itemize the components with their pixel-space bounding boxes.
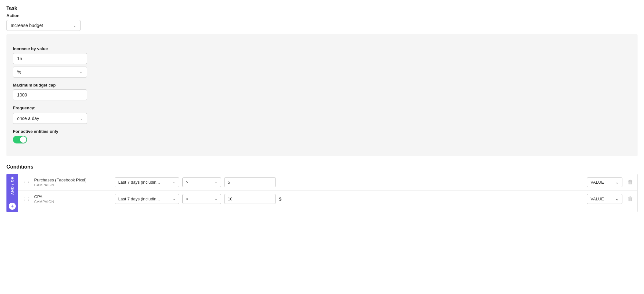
percent-select-value: % [17, 69, 21, 75]
table-row: ⋮⋮ Purchases (Facebook Pixel) CAMPAIGN L… [18, 174, 637, 191]
condition-sub: CAMPAIGN [34, 200, 111, 204]
condition-value-type-dropdown[interactable]: VALUE ⌄ [587, 194, 622, 204]
toggle-wrapper [13, 136, 631, 143]
condition-value-type: VALUE [591, 180, 604, 185]
and-or-sidebar: AND / OR + [6, 174, 18, 212]
page-wrapper: Task Action Increase budget ⌄ Increase b… [0, 0, 644, 217]
frequency-group: Frequency: once a day ⌄ [13, 106, 631, 124]
active-entities-group: For active entities only [13, 129, 631, 143]
delete-condition-icon[interactable]: 🗑 [628, 196, 633, 202]
condition-period-value: Last 7 days (includin... [118, 197, 160, 201]
increase-by-value-input[interactable] [13, 53, 87, 64]
condition-operator-dropdown[interactable]: < ⌄ [182, 194, 221, 204]
add-condition-button[interactable]: + [9, 203, 16, 210]
maximum-budget-cap-group: Maximum budget cap [13, 83, 631, 100]
chevron-down-icon: ⌄ [615, 197, 619, 201]
increase-by-value-label: Increase by value [13, 46, 631, 51]
chevron-down-icon: ⌄ [615, 180, 619, 185]
increase-by-value-group: Increase by value % ⌄ [13, 46, 631, 78]
active-entities-label: For active entities only [13, 129, 631, 134]
drag-handle-icon[interactable]: ⋮⋮ [22, 197, 31, 202]
chevron-down-icon: ⌄ [215, 197, 217, 201]
toggle-track [13, 136, 27, 143]
condition-operator-dropdown[interactable]: > ⌄ [182, 177, 221, 187]
maximum-budget-cap-input[interactable] [13, 89, 87, 100]
condition-operator-value: < [186, 197, 188, 201]
condition-period-dropdown[interactable]: Last 7 days (includin... ⌄ [115, 194, 179, 204]
condition-value-input[interactable] [224, 194, 276, 204]
condition-operator-value: > [186, 180, 188, 185]
condition-name: CPA [34, 194, 111, 199]
condition-name-cell: Purchases (Facebook Pixel) CAMPAIGN [34, 178, 111, 187]
condition-name-cell: CPA CAMPAIGN [34, 194, 111, 204]
condition-currency: $ [279, 197, 282, 202]
action-dropdown-wrapper: Action Increase budget ⌄ [6, 13, 638, 31]
action-dropdown[interactable]: Increase budget ⌄ [6, 20, 81, 31]
task-fields: Increase by value % ⌄ Maximum budget cap… [13, 46, 631, 143]
chevron-down-icon: ⌄ [173, 180, 176, 184]
action-label: Action [6, 13, 638, 18]
toggle-thumb [20, 136, 26, 143]
chevron-down-icon: ⌄ [80, 116, 83, 121]
conditions-title: Conditions [6, 164, 638, 170]
conditions-rows: ⋮⋮ Purchases (Facebook Pixel) CAMPAIGN L… [18, 174, 638, 212]
condition-name: Purchases (Facebook Pixel) [34, 178, 111, 182]
chevron-down-icon: ⌄ [215, 180, 217, 184]
condition-period-dropdown[interactable]: Last 7 days (includin... ⌄ [115, 177, 179, 187]
condition-sub: CAMPAIGN [34, 183, 111, 187]
chevron-down-icon: ⌄ [80, 70, 83, 74]
condition-value-input[interactable] [224, 177, 276, 187]
condition-value-type-dropdown[interactable]: VALUE ⌄ [587, 177, 622, 187]
drag-handle-icon[interactable]: ⋮⋮ [22, 180, 31, 185]
condition-period-value: Last 7 days (includin... [118, 180, 160, 185]
table-row: ⋮⋮ CPA CAMPAIGN Last 7 days (includin...… [18, 191, 637, 207]
frequency-label: Frequency: [13, 106, 631, 110]
conditions-section: Conditions AND / OR + ⋮⋮ Purchases (Face… [6, 164, 638, 212]
percent-select[interactable]: % ⌄ [13, 67, 87, 78]
action-dropdown-value: Increase budget [11, 23, 43, 28]
frequency-select-value: once a day [17, 116, 39, 121]
chevron-down-icon: ⌄ [173, 197, 176, 201]
conditions-container: AND / OR + ⋮⋮ Purchases (Facebook Pixel)… [6, 174, 638, 212]
task-card: Increase by value % ⌄ Maximum budget cap… [6, 34, 638, 156]
and-or-label: AND / OR [10, 176, 14, 195]
frequency-select[interactable]: once a day ⌄ [13, 113, 87, 124]
delete-condition-icon[interactable]: 🗑 [628, 179, 633, 186]
chevron-down-icon: ⌄ [73, 23, 76, 28]
task-section-title: Task [6, 5, 638, 11]
maximum-budget-cap-label: Maximum budget cap [13, 83, 631, 87]
active-entities-toggle[interactable] [13, 136, 27, 143]
condition-value-type: VALUE [591, 197, 604, 201]
task-section: Task Action Increase budget ⌄ Increase b… [6, 5, 638, 156]
